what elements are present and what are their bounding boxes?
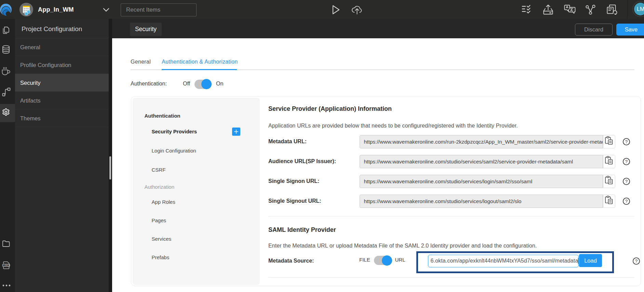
svg-text:?: ? bbox=[625, 179, 628, 184]
svg-text:?: ? bbox=[625, 139, 628, 144]
svg-text:?: ? bbox=[635, 258, 638, 264]
svg-text:?: ? bbox=[625, 159, 628, 164]
svg-text:LOG: LOG bbox=[4, 264, 9, 266]
svg-text:?: ? bbox=[625, 199, 628, 204]
